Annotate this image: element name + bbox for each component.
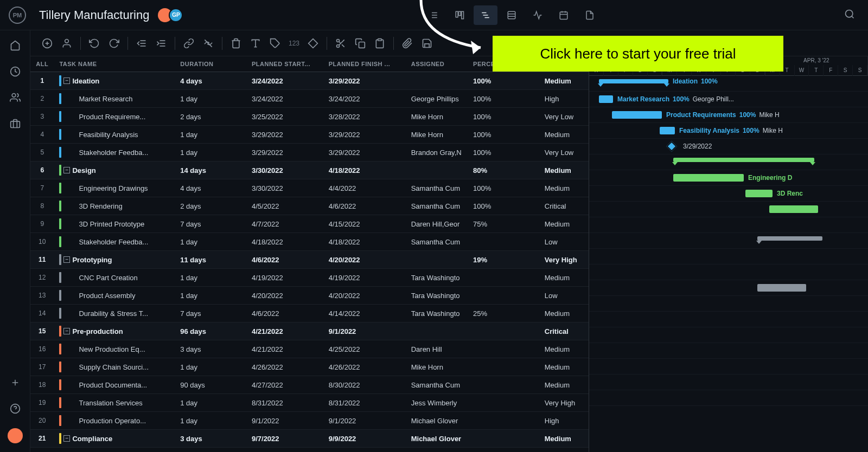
table-row[interactable]: 2Market Research1 day3/24/20223/24/2022G… xyxy=(30,90,589,108)
save-icon[interactable] xyxy=(419,35,435,51)
copy-icon[interactable] xyxy=(352,35,368,51)
number-format[interactable]: 123 xyxy=(286,40,302,47)
gantt-bar[interactable]: Market Research100%George Phill... xyxy=(599,95,613,103)
unlink-icon[interactable] xyxy=(200,35,216,51)
col-planned-finish[interactable]: PLANNED FINISH ... xyxy=(323,56,406,72)
table-row[interactable]: 6−Design14 days3/30/20224/18/202280%Medi… xyxy=(30,162,589,179)
gantt-row[interactable]: Product Requirements100%Mike H xyxy=(589,107,868,123)
add-task-icon[interactable] xyxy=(39,35,55,51)
task-table[interactable]: ALL TASK NAME DURATION PLANNED START... … xyxy=(30,56,589,452)
recent-icon[interactable] xyxy=(9,65,22,78)
sheet-view-icon[interactable] xyxy=(500,5,524,25)
priority-icon[interactable] xyxy=(305,35,321,51)
link-icon[interactable] xyxy=(181,35,197,51)
files-view-icon[interactable] xyxy=(578,5,602,25)
table-row[interactable]: 17Supply Chain Sourci...1 day4/26/20224/… xyxy=(30,358,589,376)
table-row[interactable]: 21−Compliance3 days9/7/20229/9/2022Micha… xyxy=(30,430,589,448)
table-row[interactable]: 5Stakeholder Feedba...1 day3/29/20223/29… xyxy=(30,144,589,162)
gantt-row[interactable] xyxy=(589,280,868,296)
collapse-icon[interactable]: − xyxy=(63,328,70,334)
gantt-row[interactable] xyxy=(589,296,868,312)
gantt-bar[interactable] xyxy=(757,284,806,292)
paste-icon[interactable] xyxy=(372,35,388,51)
gantt-bar[interactable]: Product Requirements100%Mike H xyxy=(612,111,662,119)
app-logo[interactable]: PM xyxy=(9,7,26,24)
milestone-icon[interactable] xyxy=(666,141,677,152)
user-avatar[interactable] xyxy=(8,428,23,443)
redo-icon[interactable] xyxy=(106,35,122,51)
gantt-bar[interactable]: 3D Renc xyxy=(745,190,773,197)
gantt-row[interactable]: Feasibility Analysis100%Mike H xyxy=(589,123,868,139)
table-row[interactable]: 19Translation Services1 day8/31/20228/31… xyxy=(30,394,589,412)
add-icon[interactable] xyxy=(9,376,22,389)
gantt-row[interactable] xyxy=(589,233,868,249)
outdent-icon[interactable] xyxy=(133,35,150,51)
table-row[interactable]: 3Product Requireme...2 days3/25/20223/28… xyxy=(30,108,589,126)
table-row[interactable]: 15−Pre-production96 days4/21/20229/1/202… xyxy=(30,322,589,340)
gantt-row[interactable] xyxy=(589,343,868,359)
gantt-bar[interactable]: Ideation100% xyxy=(599,79,668,83)
gantt-row[interactable]: Market Research100%George Phill... xyxy=(589,92,868,107)
gantt-bar[interactable] xyxy=(673,158,814,162)
gantt-bar[interactable]: Feasibility Analysis100%Mike H xyxy=(660,127,675,134)
gantt-row[interactable] xyxy=(589,374,868,390)
text-format-icon[interactable] xyxy=(247,35,264,51)
gantt-row[interactable]: 3D Renc xyxy=(589,186,868,202)
gantt-row[interactable]: Engineering D xyxy=(589,170,868,186)
gantt-view-icon[interactable] xyxy=(474,5,497,25)
table-row[interactable]: 7Engineering Drawings4 days3/30/20224/4/… xyxy=(30,179,589,197)
attach-icon[interactable] xyxy=(399,35,416,51)
project-members[interactable]: GP xyxy=(158,8,183,22)
table-row[interactable]: 93D Printed Prototype7 days4/7/20224/15/… xyxy=(30,215,589,233)
gantt-bar[interactable] xyxy=(757,236,822,241)
gantt-row[interactable] xyxy=(589,154,868,170)
indent-icon[interactable] xyxy=(153,35,169,51)
gantt-bar[interactable] xyxy=(769,205,818,213)
assign-icon[interactable] xyxy=(59,35,75,51)
gantt-bar[interactable]: Engineering D xyxy=(673,174,744,182)
gantt-row[interactable] xyxy=(589,327,868,343)
project-title[interactable]: Tillery Manufacturing xyxy=(39,8,149,22)
calendar-view-icon[interactable] xyxy=(552,5,576,25)
team-icon[interactable] xyxy=(9,91,22,104)
gantt-row[interactable]: Ideation100% xyxy=(589,76,868,92)
table-row[interactable]: 16New Production Eq...3 days4/21/20224/2… xyxy=(30,340,589,358)
cut-icon[interactable] xyxy=(333,35,349,51)
help-icon[interactable] xyxy=(9,402,22,415)
table-row[interactable]: 12CNC Part Creation1 day4/19/20224/19/20… xyxy=(30,269,589,287)
gantt-chart[interactable]: n, 20 '22WTFSSMAR, 27 '22MTWTFSSAPR, 3 '… xyxy=(589,56,868,452)
gantt-row[interactable] xyxy=(589,249,868,264)
col-task-name[interactable]: TASK NAME xyxy=(54,56,175,72)
collapse-icon[interactable]: − xyxy=(63,256,70,263)
table-row[interactable]: 1−Ideation4 days3/24/20223/29/2022100%Me… xyxy=(30,72,589,90)
search-icon[interactable] xyxy=(840,4,859,25)
gantt-row[interactable]: 3/29/2022 xyxy=(589,139,868,154)
col-all[interactable]: ALL xyxy=(30,56,54,72)
col-planned-start[interactable]: PLANNED START... xyxy=(246,56,323,72)
briefcase-icon[interactable] xyxy=(9,117,22,130)
list-view-icon[interactable] xyxy=(422,5,445,25)
tag-icon[interactable] xyxy=(267,35,283,51)
board-view-icon[interactable] xyxy=(448,5,471,25)
col-assigned[interactable]: ASSIGNED xyxy=(406,56,468,72)
table-row[interactable]: 4Feasibility Analysis1 day3/29/20223/29/… xyxy=(30,126,589,144)
table-row[interactable]: 11−Prototyping11 days4/6/20224/20/202219… xyxy=(30,251,589,269)
delete-icon[interactable] xyxy=(228,35,244,51)
gantt-row[interactable] xyxy=(589,359,868,374)
table-row[interactable]: 18Product Documenta...90 days4/27/20228/… xyxy=(30,376,589,394)
activity-view-icon[interactable] xyxy=(526,5,550,25)
table-row[interactable]: 13Product Assembly1 day4/20/20224/20/202… xyxy=(30,287,589,305)
gantt-row[interactable] xyxy=(589,312,868,327)
avatar[interactable]: GP xyxy=(169,8,183,22)
cta-banner[interactable]: Click here to start your free trial xyxy=(493,36,783,72)
collapse-icon[interactable]: − xyxy=(63,78,70,84)
gantt-row[interactable] xyxy=(589,217,868,233)
table-row[interactable]: 83D Rendering2 days4/5/20224/6/2022Saman… xyxy=(30,197,589,215)
collapse-icon[interactable]: − xyxy=(63,435,70,442)
table-row[interactable]: 14Durability & Stress T...7 days4/6/2022… xyxy=(30,305,589,322)
gantt-row[interactable] xyxy=(589,202,868,217)
home-icon[interactable] xyxy=(9,39,22,52)
table-row[interactable]: 20Production Operato...1 day9/1/20229/1/… xyxy=(30,412,589,430)
gantt-row[interactable] xyxy=(589,390,868,406)
undo-icon[interactable] xyxy=(86,35,103,51)
